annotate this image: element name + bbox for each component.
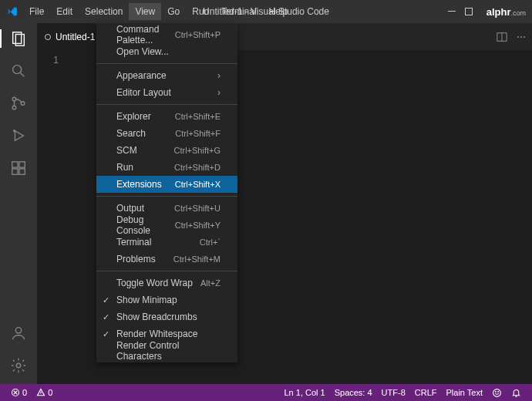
vscode-logo-icon: [6, 5, 19, 18]
menu-separator: [96, 196, 237, 197]
more-actions-icon[interactable]: ⋯: [517, 32, 526, 42]
status-language[interactable]: Plain Text: [442, 388, 488, 398]
status-encoding[interactable]: UTF-8: [377, 388, 410, 398]
menu-problems[interactable]: ProblemsCtrl+Shift+M: [96, 251, 237, 268]
svg-rect-11: [12, 162, 18, 167]
menu-separator: [96, 63, 237, 64]
title-bar: File Edit Selection View Go Run Terminal…: [0, 0, 532, 23]
status-feedback-icon[interactable]: [487, 388, 507, 398]
menu-terminal-view[interactable]: TerminalCtrl+`: [96, 234, 237, 251]
line-number: 1: [37, 55, 59, 66]
check-icon: ✓: [103, 312, 109, 322]
line-gutter: 1: [37, 50, 68, 384]
svg-point-25: [498, 391, 499, 392]
tab-label: Untitled-1: [56, 32, 95, 42]
menu-file[interactable]: File: [23, 3, 50, 20]
status-warnings[interactable]: 0: [32, 388, 57, 397]
svg-point-23: [493, 389, 501, 396]
main-area: Untitled-1 ✕ ⋯ 1: [0, 23, 532, 384]
source-control-icon[interactable]: [9, 94, 28, 113]
menu-scm[interactable]: SCMCtrl+Shift+G: [96, 142, 237, 159]
run-debug-icon[interactable]: [9, 126, 28, 145]
status-bar: 0 0 Ln 1, Col 1 Spaces: 4 UTF-8 CRLF Pla…: [0, 384, 532, 401]
svg-point-10: [14, 130, 15, 132]
menu-selection[interactable]: Selection: [79, 3, 129, 20]
menu-debug-console[interactable]: Debug ConsoleCtrl+Shift+Y: [96, 217, 237, 234]
minimize-icon[interactable]: [448, 8, 456, 15]
svg-rect-13: [19, 169, 25, 174]
status-bell-icon[interactable]: [507, 388, 526, 398]
menu-explorer[interactable]: ExplorerCtrl+Shift+E: [96, 108, 237, 125]
menu-edit[interactable]: Edit: [50, 3, 79, 20]
svg-point-4: [13, 66, 22, 74]
split-editor-icon[interactable]: [497, 32, 507, 42]
menu-run-view[interactable]: RunCtrl+Shift+D: [96, 159, 237, 176]
menu-separator: [96, 271, 237, 271]
svg-rect-1: [465, 8, 472, 15]
chevron-right-icon: ›: [217, 87, 221, 98]
svg-line-5: [21, 73, 25, 77]
menu-search[interactable]: SearchCtrl+Shift+F: [96, 125, 237, 142]
menu-toggle-word-wrap[interactable]: Toggle Word WrapAlt+Z: [96, 275, 237, 291]
settings-gear-icon[interactable]: [9, 356, 28, 375]
svg-rect-12: [12, 169, 18, 174]
search-icon[interactable]: [9, 62, 28, 80]
svg-marker-9: [15, 131, 23, 141]
brand-watermark: alphr.com: [487, 6, 526, 18]
extensions-icon[interactable]: [9, 159, 28, 177]
menu-appearance[interactable]: Appearance›: [96, 67, 237, 84]
menu-go[interactable]: Go: [161, 3, 186, 20]
account-icon[interactable]: [9, 324, 28, 342]
menu-command-palette[interactable]: Command Palette...Ctrl+Shift+P: [96, 26, 237, 43]
check-icon: ✓: [103, 329, 109, 339]
modified-dot-icon: [45, 34, 51, 40]
svg-point-16: [16, 363, 21, 368]
window-title: Untitled-1 - Visual Studio Code: [203, 6, 329, 17]
status-errors[interactable]: 0: [6, 388, 32, 397]
svg-point-7: [12, 106, 16, 110]
check-icon: ✓: [103, 295, 109, 305]
explorer-icon[interactable]: [9, 29, 28, 48]
svg-rect-0: [448, 11, 456, 12]
menu-editor-layout[interactable]: Editor Layout›: [96, 84, 237, 101]
svg-point-6: [12, 97, 16, 101]
menu-show-breadcrumbs[interactable]: ✓Show Breadcrumbs: [96, 308, 237, 325]
chevron-right-icon: ›: [217, 70, 221, 81]
svg-point-24: [495, 391, 496, 392]
status-ln-col[interactable]: Ln 1, Col 1: [279, 388, 329, 398]
status-eol[interactable]: CRLF: [410, 388, 442, 398]
menu-extensions[interactable]: ExtensionsCtrl+Shift+X: [96, 176, 237, 193]
svg-rect-14: [19, 162, 25, 167]
menu-show-minimap[interactable]: ✓Show Minimap: [96, 291, 237, 308]
view-menu-dropdown: Command Palette...Ctrl+Shift+P Open View…: [96, 23, 237, 362]
menu-view[interactable]: View: [129, 3, 161, 20]
menu-separator: [96, 104, 237, 105]
menu-open-view[interactable]: Open View...: [96, 43, 237, 60]
window-controls: alphr.com: [448, 6, 526, 18]
maximize-icon[interactable]: [465, 8, 473, 15]
svg-point-15: [15, 328, 21, 333]
status-spaces[interactable]: Spaces: 4: [330, 388, 377, 398]
menu-render-control-chars[interactable]: Render Control Characters: [96, 342, 237, 359]
activity-bar: [0, 23, 37, 384]
